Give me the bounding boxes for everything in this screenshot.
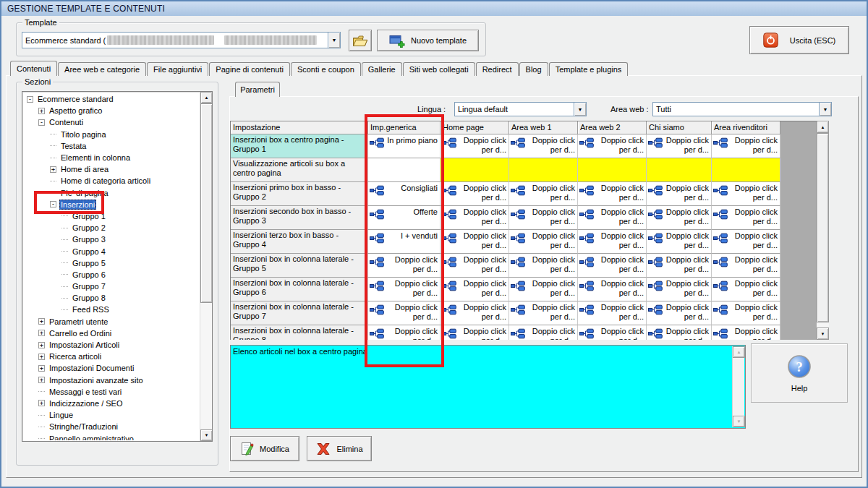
grid-cell-chi-siamo[interactable]: Doppio click per d... xyxy=(647,325,712,340)
grid-cell-imp-generica[interactable]: Doppio click per d... xyxy=(368,301,441,325)
scroll-up-button[interactable]: ▲ xyxy=(200,92,213,103)
tree-item-stringhe-traduzioni[interactable]: Stringhe/Traduzioni xyxy=(48,421,119,432)
tab-aree-web-e-categorie[interactable]: Aree web e categorie xyxy=(58,62,146,76)
tab-redirect[interactable]: Redirect xyxy=(476,62,519,76)
grid-cell-area-rivenditori[interactable]: Doppio click per d... xyxy=(712,301,780,325)
grid-cell-chi-siamo[interactable] xyxy=(647,158,712,182)
tree-item-gruppo-3[interactable]: Gruppo 3 xyxy=(71,234,107,244)
expand-icon[interactable]: + xyxy=(38,318,45,325)
grid-cell-chi-siamo[interactable]: Doppio click per d... xyxy=(647,182,712,206)
grid-cell-area-web-1[interactable]: Doppio click per d... xyxy=(509,301,578,325)
grid-cell-area-web-1[interactable]: Doppio click per d... xyxy=(509,325,578,340)
tab-siti-web-collegati[interactable]: Siti web collegati xyxy=(403,62,475,76)
grid-cell-area-web-2[interactable]: Doppio click per d... xyxy=(578,134,647,158)
grid-cell-area-web-2[interactable]: Doppio click per d... xyxy=(578,278,647,301)
grid-scrollbar[interactable]: ▲ ▼ xyxy=(817,121,829,340)
help-button[interactable]: ? Help xyxy=(751,343,848,403)
grid-row-label[interactable]: Inserzioni box in colonna laterale - Gru… xyxy=(231,301,368,325)
grid-row-label[interactable]: Inserzioni terzo box in basso - Gruppo 4 xyxy=(231,230,368,254)
grid-cell-chi-siamo[interactable]: Doppio click per d... xyxy=(647,134,712,158)
combo-dropdown-button[interactable]: ▼ xyxy=(328,33,340,48)
grid-cell-area-web-1[interactable] xyxy=(509,158,578,182)
column-header-area-rivenditori[interactable]: Area rivenditori xyxy=(712,121,780,134)
grid-cell-area-web-1[interactable]: Doppio click per d... xyxy=(509,134,578,158)
tree-item-parametri-utente[interactable]: Parametri utente xyxy=(48,317,109,327)
grid-cell-area-rivenditori[interactable]: Doppio click per d... xyxy=(712,254,780,278)
grid-cell-chi-siamo[interactable]: Doppio click per d... xyxy=(647,301,712,325)
column-header-chi-siamo[interactable]: Chi siamo xyxy=(647,121,712,134)
tree-item-feed-rss[interactable]: Feed RSS xyxy=(71,304,111,314)
tree-item-gruppo-5[interactable]: Gruppo 5 xyxy=(71,258,107,268)
expand-icon[interactable]: + xyxy=(38,400,45,406)
scroll-down-button[interactable]: ▼ xyxy=(200,429,213,441)
tree-item-gruppo-4[interactable]: Gruppo 4 xyxy=(71,247,107,257)
grid-cell-imp-generica[interactable]: In primo piano xyxy=(368,134,441,158)
grid-cell-home-page[interactable]: Doppio click per d... xyxy=(441,206,509,230)
lingua-combobox[interactable]: Lingua default ▼ xyxy=(454,102,587,116)
tree-item-impostazioni-articoli[interactable]: Impostazioni Articoli xyxy=(48,340,121,350)
nuovo-template-button[interactable]: Nuovo template xyxy=(377,30,479,51)
grid-cell-imp-generica[interactable]: I + venduti xyxy=(368,230,441,254)
expand-icon[interactable]: + xyxy=(38,330,45,336)
tree-item-elementi-in-colonna[interactable]: Elementi in colonna xyxy=(59,153,132,163)
grid-cell-area-web-2[interactable]: Doppio click per d... xyxy=(578,325,647,340)
grid-cell-home-page[interactable]: Doppio click per d... xyxy=(441,230,509,254)
grid-cell-imp-generica[interactable]: Doppio click per d... xyxy=(368,278,441,301)
tree-item-gruppo-6[interactable]: Gruppo 6 xyxy=(71,270,107,280)
tree-item-ricerca-articoli[interactable]: Ricerca articoli xyxy=(48,351,103,361)
combo-dropdown-button[interactable]: ▼ xyxy=(819,103,831,116)
grid-cell-area-rivenditori[interactable] xyxy=(712,158,780,182)
tree-item-home-di-categoria-articoli[interactable]: Home di categoria articoli xyxy=(59,176,152,186)
tree-item-inserzioni[interactable]: Inserzioni xyxy=(59,200,96,210)
scroll-thumb[interactable] xyxy=(200,103,213,303)
column-header-area-web-2[interactable]: Area web 2 xyxy=(578,121,647,134)
tree-item-gruppo-2[interactable]: Gruppo 2 xyxy=(71,223,107,233)
grid-cell-area-web-1[interactable]: Doppio click per d... xyxy=(509,230,578,254)
tab-sconti-e-coupon[interactable]: Sconti e coupon xyxy=(291,62,361,76)
column-header-home-page[interactable]: Home page xyxy=(441,121,509,134)
grid-cell-area-rivenditori[interactable]: Doppio click per d... xyxy=(712,134,780,158)
tab-template-e-plugins[interactable]: Template e plugins xyxy=(549,62,629,76)
grid-cell-area-web-1[interactable]: Doppio click per d... xyxy=(509,206,578,230)
column-header-impostazione[interactable]: Impostazione xyxy=(231,121,368,134)
scroll-down-button[interactable]: ▼ xyxy=(817,328,829,340)
grid-row-label[interactable]: Inserzioni box in colonna laterale - Gru… xyxy=(231,254,368,278)
tree-item-pannello-amministrativo[interactable]: Pannello amministrativo xyxy=(48,434,135,440)
tree-item-gruppo-8[interactable]: Gruppo 8 xyxy=(71,293,107,303)
open-template-button[interactable] xyxy=(349,30,372,51)
grid-row-label[interactable]: Inserzioni box in colonna laterale - Gru… xyxy=(231,278,368,301)
collapse-icon[interactable]: - xyxy=(38,119,45,126)
grid-cell-imp-generica[interactable]: Offerte xyxy=(368,206,441,230)
combo-dropdown-button[interactable]: ▼ xyxy=(574,103,586,116)
grid-row-label[interactable]: Visualizzazione articoli su box a centro… xyxy=(231,158,368,182)
grid-cell-imp-generica[interactable]: Doppio click per d... xyxy=(368,325,441,340)
grid-cell-home-page[interactable]: Doppio click per d... xyxy=(441,254,509,278)
tree-item-indicizzazione-seo[interactable]: Indicizzazione / SEO xyxy=(48,398,124,408)
tab-blog[interactable]: Blog xyxy=(519,62,548,76)
grid-cell-area-web-2[interactable]: Doppio click per d... xyxy=(578,230,647,254)
template-combobox[interactable]: Ecommerce standard ( ▼ xyxy=(22,32,341,48)
grid-cell-chi-siamo[interactable]: Doppio click per d... xyxy=(647,278,712,301)
grid-cell-area-rivenditori[interactable]: Doppio click per d... xyxy=(712,230,780,254)
tree-item-aspetto-grafico[interactable]: Aspetto grafico xyxy=(48,106,103,116)
grid-cell-area-rivenditori[interactable]: Doppio click per d... xyxy=(712,182,780,206)
expand-icon[interactable]: + xyxy=(50,166,56,173)
grid-cell-imp-generica[interactable]: Consigliati xyxy=(368,182,441,206)
tab-contenuti[interactable]: Contenuti xyxy=(10,61,57,76)
grid-cell-imp-generica[interactable] xyxy=(368,158,441,182)
grid-cell-area-web-1[interactable]: Doppio click per d... xyxy=(509,254,578,278)
expand-icon[interactable]: + xyxy=(38,108,45,114)
area-web-combobox[interactable]: Tutti ▼ xyxy=(652,102,832,116)
expand-icon[interactable]: + xyxy=(38,342,45,348)
column-header-area-web-1[interactable]: Area web 1 xyxy=(509,121,578,134)
expand-icon[interactable]: + xyxy=(38,365,45,372)
grid-cell-imp-generica[interactable]: Doppio click per d... xyxy=(368,254,441,278)
collapse-icon[interactable]: - xyxy=(50,201,56,207)
collapse-icon[interactable]: - xyxy=(27,96,33,103)
tree-item-home-di-area[interactable]: Home di area xyxy=(59,164,110,174)
column-header-imp-generica[interactable]: Imp.generica xyxy=(368,121,441,134)
grid-cell-home-page[interactable]: Doppio click per d... xyxy=(441,325,509,340)
tree-item-gruppo-1[interactable]: Gruppo 1 xyxy=(71,211,107,221)
tree-item-ecommerce-standard[interactable]: Ecommerce standard xyxy=(36,94,115,104)
grid-cell-area-web-2[interactable]: Doppio click per d... xyxy=(578,182,647,206)
